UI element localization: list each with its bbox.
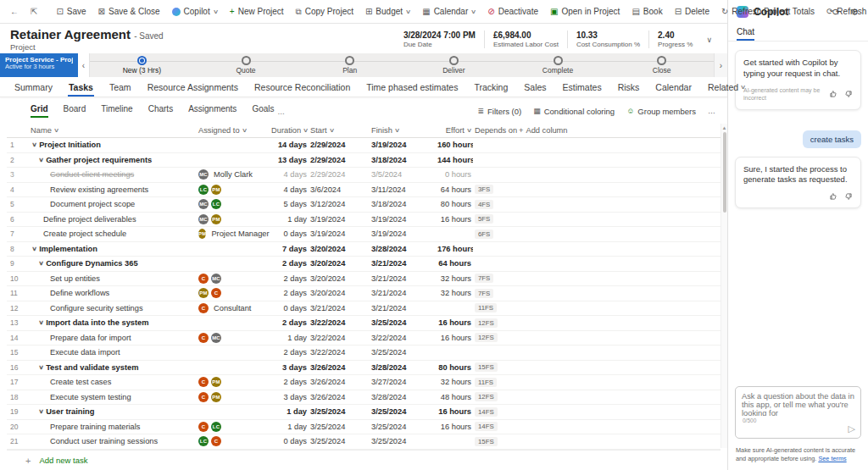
cell-name[interactable]: Execute system testing [29, 393, 197, 401]
column-header-depends[interactable]: Depends on∨ [473, 126, 517, 135]
toolbar-refresh-button[interactable]: ⟳Refresh [821, 4, 868, 19]
cell-assigned-to[interactable]: CMC [197, 274, 270, 284]
view-tab-board[interactable]: Board [64, 104, 86, 118]
table-row[interactable]: 8∨Implementation7 days3/20/20243/28/2024… [7, 242, 721, 257]
cell-assigned-to[interactable]: CPM [197, 377, 270, 387]
table-row[interactable]: 3Conduct client meetingsMCMolly Clark4 d… [7, 168, 721, 183]
column-header-name[interactable]: Name∨ [29, 126, 197, 135]
table-row[interactable]: 16∨Test and validate system3 days3/26/20… [7, 361, 721, 376]
filters-button[interactable]: ≣Filters (0) [478, 107, 522, 116]
tab-chat[interactable]: Chat [737, 27, 754, 41]
bpf-stage-complete[interactable]: Complete [506, 53, 610, 77]
cell-name[interactable]: Conduct user training sessions [29, 437, 197, 445]
cell-name[interactable]: Define project deliverables [29, 215, 197, 224]
cell-name[interactable]: ∨User training [29, 407, 197, 416]
cell-name[interactable]: ∨Implementation [29, 245, 197, 253]
column-header-finish[interactable]: Finish∨ [370, 126, 436, 135]
table-row[interactable]: 17Create test casesCPM2 days3/26/20243/2… [7, 375, 721, 390]
scroll-up-icon[interactable]: ▲ [721, 124, 727, 130]
tab-sales[interactable]: Sales [523, 79, 547, 97]
toolbar-save-close-button[interactable]: ⊠Save & Close [93, 4, 165, 19]
group-members-button[interactable]: ☺Group members [626, 107, 696, 116]
table-row[interactable]: 2∨Gather project requirements13 days2/29… [7, 153, 721, 169]
bpf-collapse-chevron-icon[interactable]: ‹ [78, 53, 90, 77]
toolbar-open-in-project-button[interactable]: ▣Open in Project [545, 4, 625, 19]
toolbar-copilot-button[interactable]: Copilot∨ [167, 4, 223, 19]
toolbar-calendar-button[interactable]: ▦Calendar∨ [417, 4, 481, 19]
cell-name[interactable]: Conduct client meetings [29, 170, 197, 179]
cell-name[interactable]: Prepare data for import [29, 334, 197, 342]
table-row[interactable]: 15Execute data import2 days3/22/20243/25… [7, 346, 721, 361]
cell-name[interactable]: Prepare training materials [29, 423, 197, 431]
column-header-effort[interactable]: Effort∨ [436, 126, 473, 135]
cell-assigned-to[interactable]: LCC [197, 436, 270, 446]
table-row[interactable]: 14Prepare data for importCMC1 day3/22/20… [7, 331, 721, 346]
table-row[interactable]: 6Define project deliverablesMCPM1 day3/1… [7, 213, 721, 228]
chevron-down-icon[interactable]: ∨ [38, 260, 44, 267]
bpf-next-stage-icon[interactable]: › [714, 53, 727, 77]
chevron-down-icon[interactable]: ∨ [38, 408, 44, 415]
toolbar-save-button[interactable]: ⊡Save [51, 4, 91, 19]
cell-name[interactable]: Create test cases [29, 378, 197, 386]
tab-resource-reconciliation[interactable]: Resource Reconciliation [253, 79, 351, 97]
tab-estimates[interactable]: Estimates [562, 79, 603, 97]
chevron-down-icon[interactable]: ∨ [38, 319, 44, 326]
table-row[interactable]: 7Create project schedulePMProject Manage… [7, 227, 721, 242]
tab-summary[interactable]: Summary [14, 79, 53, 97]
table-row[interactable]: 19∨User training1 day3/25/20243/25/20241… [7, 405, 721, 420]
view-tab-assignments[interactable]: Assignments [188, 104, 236, 118]
user-message-chip[interactable]: create tasks [803, 130, 861, 148]
cell-assigned-to[interactable]: CConsultant [197, 303, 270, 313]
conditional-coloring-button[interactable]: ▦Conditional coloring [533, 107, 615, 116]
cell-name[interactable]: Define workflows [29, 289, 197, 297]
toolbar-popout-button[interactable]: ⇱ [25, 5, 42, 19]
table-row[interactable]: 13∨Import data into the system2 days3/22… [7, 316, 721, 331]
cell-name[interactable]: Execute data import [29, 348, 197, 357]
copilot-input[interactable] [736, 387, 860, 416]
chevron-down-icon[interactable]: ∨ [38, 157, 44, 163]
cell-name[interactable]: ∨Project Initiation [29, 141, 197, 149]
cell-assigned-to[interactable]: MCMolly Clark [197, 169, 270, 180]
add-column-button[interactable]: + Add column [517, 126, 721, 135]
chevron-down-icon[interactable]: ∨ [38, 364, 44, 371]
table-row[interactable]: 5Document project scopeMCLC5 days3/12/20… [7, 197, 721, 213]
cell-assigned-to[interactable]: LCPM [197, 185, 270, 195]
toolbar-new-project-button[interactable]: +New Project [225, 4, 289, 19]
cell-assigned-to[interactable]: CPM [197, 392, 270, 402]
grid-vertical-scrollbar[interactable]: ▲ [721, 124, 727, 448]
toolbar-deactivate-button[interactable]: ⊘Deactivate [482, 4, 543, 19]
bpf-process-box[interactable]: Project Service - Project ... Active for… [0, 53, 78, 77]
scrollbar-thumb[interactable] [723, 132, 726, 213]
cell-name[interactable]: ∨Test and validate system [29, 363, 197, 372]
column-header-start[interactable]: Start∨ [309, 126, 370, 135]
cell-assigned-to[interactable]: MCLC [197, 199, 270, 209]
tab-resource-assignments[interactable]: Resource Assignments [147, 79, 239, 97]
thumbs-up-icon[interactable] [829, 90, 837, 98]
table-row[interactable]: 11Define workflowsPMC2 days3/20/20243/21… [7, 286, 721, 301]
table-row[interactable]: 10Set up entitiesCMC2 days3/20/20243/21/… [7, 272, 721, 287]
tab-risks[interactable]: Risks [617, 79, 641, 97]
tab-tracking[interactable]: Tracking [473, 79, 509, 97]
cell-name[interactable]: ∨Import data into the system [29, 318, 197, 327]
tab-related[interactable]: Related∨ [707, 79, 746, 97]
cell-name[interactable]: ∨Gather project requirements [29, 156, 197, 164]
tab-tasks[interactable]: Tasks [68, 79, 94, 97]
cell-assigned-to[interactable]: PMProject Manager [197, 229, 270, 239]
grid-more-button[interactable]: … [708, 107, 715, 115]
table-row[interactable]: 4Review existing agreementsLCPM4 days3/6… [7, 183, 721, 198]
toolbar-back-button[interactable]: ← [5, 5, 24, 19]
tab-team[interactable]: Team [108, 79, 132, 97]
bpf-stage-close[interactable]: Close [609, 53, 714, 77]
view-tab-charts[interactable]: Charts [148, 104, 173, 118]
tab-time-phased-estimates[interactable]: Time phased estimates [365, 79, 459, 97]
toolbar-budget-button[interactable]: ⊞Budget∨ [360, 4, 415, 19]
bpf-stage-deliver[interactable]: Deliver [402, 53, 506, 77]
toolbar-delete-button[interactable]: ⊟Delete [670, 4, 715, 19]
thumbs-down-icon[interactable] [844, 192, 853, 201]
toolbar-copy-project-button[interactable]: ⧉Copy Project [291, 4, 359, 19]
view-tab-goals[interactable]: Goals [252, 104, 274, 118]
table-row[interactable]: 12Configure security settingsCConsultant… [7, 301, 721, 317]
chevron-down-icon[interactable]: ∨ [31, 246, 37, 252]
header-stats-chevron-icon[interactable]: ∨ [701, 36, 717, 44]
tab-calendar[interactable]: Calendar [654, 79, 693, 97]
